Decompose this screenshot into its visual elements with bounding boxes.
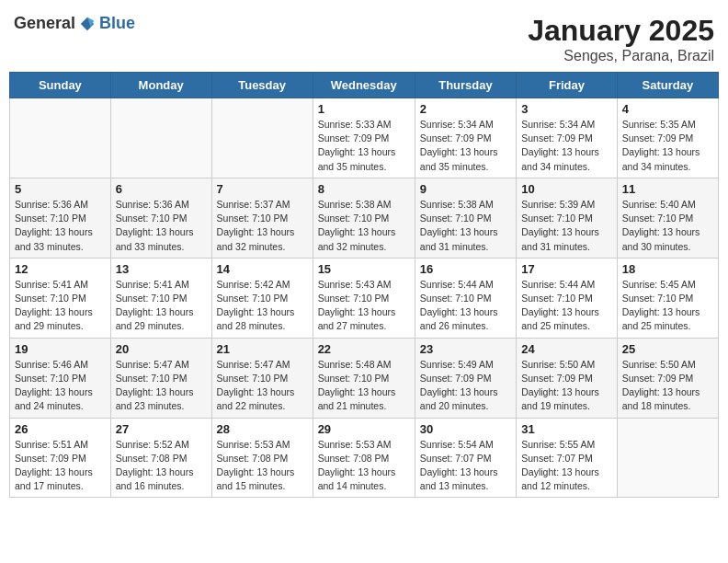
weekday-header-cell: Tuesday [211, 73, 313, 98]
calendar-week-row: 12Sunrise: 5:41 AMSunset: 7:10 PMDayligh… [10, 258, 719, 338]
day-info: Sunrise: 5:41 AMSunset: 7:10 PMDaylight:… [15, 278, 106, 334]
day-number: 5 [15, 182, 106, 196]
calendar-cell: 6Sunrise: 5:36 AMSunset: 7:10 PMDaylight… [110, 178, 211, 258]
day-number: 22 [318, 342, 410, 356]
calendar-cell: 22Sunrise: 5:48 AMSunset: 7:10 PMDayligh… [313, 338, 415, 418]
weekday-header-cell: Thursday [415, 73, 516, 98]
day-info: Sunrise: 5:41 AMSunset: 7:10 PMDaylight:… [116, 278, 207, 334]
calendar-week-row: 19Sunrise: 5:46 AMSunset: 7:10 PMDayligh… [10, 338, 719, 418]
day-info: Sunrise: 5:42 AMSunset: 7:10 PMDaylight:… [217, 278, 308, 334]
day-info: Sunrise: 5:40 AMSunset: 7:10 PMDaylight:… [622, 198, 713, 254]
calendar-cell: 8Sunrise: 5:38 AMSunset: 7:10 PMDaylight… [313, 178, 415, 258]
calendar-cell: 21Sunrise: 5:47 AMSunset: 7:10 PMDayligh… [211, 338, 313, 418]
title-block: January 2025 Senges, Parana, Brazil [528, 14, 714, 64]
day-info: Sunrise: 5:55 AMSunset: 7:07 PMDaylight:… [521, 438, 612, 494]
day-number: 20 [116, 342, 207, 356]
weekday-header-row: SundayMondayTuesdayWednesdayThursdayFrid… [10, 73, 719, 98]
calendar-cell: 17Sunrise: 5:44 AMSunset: 7:10 PMDayligh… [517, 258, 618, 338]
day-info: Sunrise: 5:52 AMSunset: 7:08 PMDaylight:… [116, 438, 207, 494]
calendar-cell: 28Sunrise: 5:53 AMSunset: 7:08 PMDayligh… [211, 418, 313, 498]
day-info: Sunrise: 5:34 AMSunset: 7:09 PMDaylight:… [521, 118, 612, 174]
day-number: 30 [420, 422, 511, 436]
day-info: Sunrise: 5:47 AMSunset: 7:10 PMDaylight:… [217, 358, 308, 414]
calendar-week-row: 26Sunrise: 5:51 AMSunset: 7:09 PMDayligh… [10, 418, 719, 498]
calendar-cell: 18Sunrise: 5:45 AMSunset: 7:10 PMDayligh… [617, 258, 718, 338]
day-number: 16 [420, 262, 511, 276]
day-number: 3 [521, 102, 612, 116]
day-info: Sunrise: 5:53 AMSunset: 7:08 PMDaylight:… [217, 438, 308, 494]
logo-icon [79, 16, 96, 32]
calendar-week-row: 5Sunrise: 5:36 AMSunset: 7:10 PMDaylight… [10, 178, 719, 258]
day-info: Sunrise: 5:39 AMSunset: 7:10 PMDaylight:… [521, 198, 612, 254]
day-info: Sunrise: 5:36 AMSunset: 7:10 PMDaylight:… [15, 198, 106, 254]
calendar-cell: 4Sunrise: 5:35 AMSunset: 7:09 PMDaylight… [617, 98, 718, 178]
calendar-cell: 23Sunrise: 5:49 AMSunset: 7:09 PMDayligh… [415, 338, 516, 418]
calendar-cell: 16Sunrise: 5:44 AMSunset: 7:10 PMDayligh… [415, 258, 516, 338]
day-number: 11 [622, 182, 713, 196]
day-number: 13 [116, 262, 207, 276]
calendar-table: SundayMondayTuesdayWednesdayThursdayFrid… [9, 72, 719, 498]
day-info: Sunrise: 5:46 AMSunset: 7:10 PMDaylight:… [15, 358, 106, 414]
day-info: Sunrise: 5:38 AMSunset: 7:10 PMDaylight:… [318, 198, 410, 254]
day-number: 19 [15, 342, 106, 356]
day-info: Sunrise: 5:33 AMSunset: 7:09 PMDaylight:… [318, 118, 410, 174]
day-number: 18 [622, 262, 713, 276]
calendar-cell: 25Sunrise: 5:50 AMSunset: 7:09 PMDayligh… [617, 338, 718, 418]
logo-general: General [14, 14, 75, 33]
calendar-cell: 1Sunrise: 5:33 AMSunset: 7:09 PMDaylight… [313, 98, 415, 178]
calendar-cell: 7Sunrise: 5:37 AMSunset: 7:10 PMDaylight… [211, 178, 313, 258]
weekday-header-cell: Monday [110, 73, 211, 98]
calendar-cell: 10Sunrise: 5:39 AMSunset: 7:10 PMDayligh… [517, 178, 618, 258]
day-number: 9 [420, 182, 511, 196]
day-info: Sunrise: 5:50 AMSunset: 7:09 PMDaylight:… [521, 358, 612, 414]
calendar-cell: 14Sunrise: 5:42 AMSunset: 7:10 PMDayligh… [211, 258, 313, 338]
day-info: Sunrise: 5:54 AMSunset: 7:07 PMDaylight:… [420, 438, 511, 494]
calendar-cell: 30Sunrise: 5:54 AMSunset: 7:07 PMDayligh… [415, 418, 516, 498]
day-info: Sunrise: 5:50 AMSunset: 7:09 PMDaylight:… [622, 358, 713, 414]
day-info: Sunrise: 5:35 AMSunset: 7:09 PMDaylight:… [622, 118, 713, 174]
day-number: 4 [622, 102, 713, 116]
weekday-header-cell: Saturday [617, 73, 718, 98]
day-info: Sunrise: 5:44 AMSunset: 7:10 PMDaylight:… [420, 278, 511, 334]
day-info: Sunrise: 5:45 AMSunset: 7:10 PMDaylight:… [622, 278, 713, 334]
day-number: 1 [318, 102, 410, 116]
day-info: Sunrise: 5:51 AMSunset: 7:09 PMDaylight:… [15, 438, 106, 494]
calendar-cell [110, 98, 211, 178]
day-number: 31 [521, 422, 612, 436]
calendar-cell: 9Sunrise: 5:38 AMSunset: 7:10 PMDaylight… [415, 178, 516, 258]
calendar-cell [211, 98, 313, 178]
day-number: 7 [217, 182, 308, 196]
day-number: 25 [622, 342, 713, 356]
calendar-cell [10, 98, 111, 178]
logo: General Blue [14, 14, 135, 33]
weekday-header-cell: Wednesday [313, 73, 415, 98]
day-number: 14 [217, 262, 308, 276]
day-info: Sunrise: 5:38 AMSunset: 7:10 PMDaylight:… [420, 198, 511, 254]
logo-blue: Blue [99, 14, 135, 33]
day-number: 6 [116, 182, 207, 196]
day-number: 17 [521, 262, 612, 276]
month-title: January 2025 [528, 14, 714, 48]
day-number: 24 [521, 342, 612, 356]
calendar-cell: 5Sunrise: 5:36 AMSunset: 7:10 PMDaylight… [10, 178, 111, 258]
day-info: Sunrise: 5:53 AMSunset: 7:08 PMDaylight:… [318, 438, 410, 494]
calendar-cell: 20Sunrise: 5:47 AMSunset: 7:10 PMDayligh… [110, 338, 211, 418]
day-info: Sunrise: 5:34 AMSunset: 7:09 PMDaylight:… [420, 118, 511, 174]
calendar-cell: 13Sunrise: 5:41 AMSunset: 7:10 PMDayligh… [110, 258, 211, 338]
calendar-cell [617, 418, 718, 498]
calendar-cell: 26Sunrise: 5:51 AMSunset: 7:09 PMDayligh… [10, 418, 111, 498]
location-title: Senges, Parana, Brazil [528, 48, 714, 64]
calendar-body: 1Sunrise: 5:33 AMSunset: 7:09 PMDaylight… [10, 98, 719, 498]
calendar-cell: 19Sunrise: 5:46 AMSunset: 7:10 PMDayligh… [10, 338, 111, 418]
calendar-cell: 24Sunrise: 5:50 AMSunset: 7:09 PMDayligh… [517, 338, 618, 418]
day-info: Sunrise: 5:48 AMSunset: 7:10 PMDaylight:… [318, 358, 410, 414]
calendar-cell: 15Sunrise: 5:43 AMSunset: 7:10 PMDayligh… [313, 258, 415, 338]
calendar-cell: 29Sunrise: 5:53 AMSunset: 7:08 PMDayligh… [313, 418, 415, 498]
calendar-cell: 2Sunrise: 5:34 AMSunset: 7:09 PMDaylight… [415, 98, 516, 178]
calendar-cell: 11Sunrise: 5:40 AMSunset: 7:10 PMDayligh… [617, 178, 718, 258]
day-number: 26 [15, 422, 106, 436]
calendar-cell: 27Sunrise: 5:52 AMSunset: 7:08 PMDayligh… [110, 418, 211, 498]
day-number: 10 [521, 182, 612, 196]
day-info: Sunrise: 5:43 AMSunset: 7:10 PMDaylight:… [318, 278, 410, 334]
page-header: General Blue January 2025 Senges, Parana… [9, 9, 719, 64]
